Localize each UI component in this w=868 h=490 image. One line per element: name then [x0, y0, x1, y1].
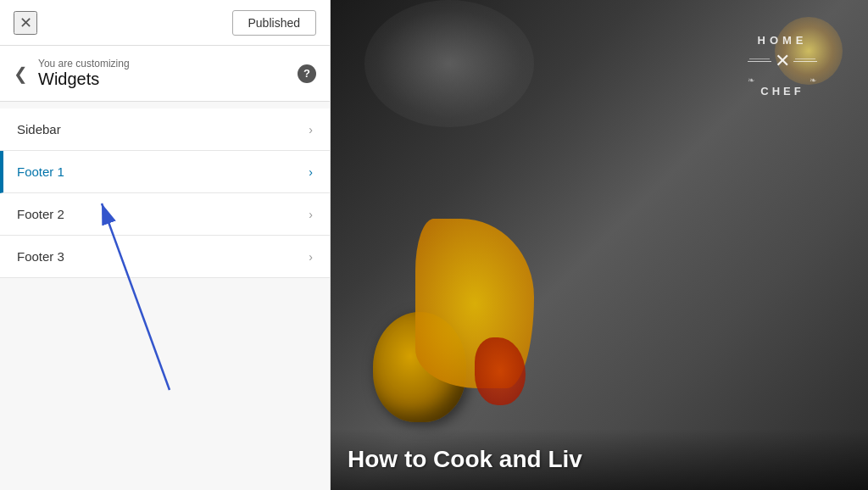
- chevron-right-icon: ›: [309, 123, 313, 136]
- preview-panel: HOME ✕ ❧❧ CHEF How to Cook and Liv: [331, 0, 868, 490]
- menu-item-sidebar[interactable]: Sidebar ›: [0, 109, 330, 151]
- steam-effect: [364, 0, 534, 127]
- panel-header: ❮ You are customizing Widgets ?: [0, 46, 330, 102]
- logo-wreaths: ❧❧: [748, 75, 817, 85]
- logo-overlay: HOME ✕ ❧❧ CHEF: [748, 34, 817, 97]
- sidebar-label: Sidebar: [17, 122, 61, 136]
- help-button[interactable]: ?: [298, 64, 316, 83]
- logo-line-left: [748, 61, 771, 62]
- customizing-label: You are customizing: [38, 58, 130, 70]
- header-text: You are customizing Widgets: [38, 58, 130, 89]
- menu-item-footer1[interactable]: Footer 1 ›: [0, 151, 330, 193]
- logo-icon-wrap: ✕: [748, 50, 817, 72]
- published-button[interactable]: Published: [232, 10, 317, 36]
- footer1-label: Footer 1: [17, 164, 64, 179]
- customizer-panel: ✕ Published ❮ You are customizing Widget…: [0, 0, 331, 490]
- preview-title: How to Cook and Liv: [348, 446, 851, 473]
- food-visual: [348, 219, 534, 439]
- footer2-label: Footer 2: [17, 207, 64, 221]
- close-button[interactable]: ✕: [14, 11, 37, 35]
- menu-item-footer2[interactable]: Footer 2 ›: [0, 193, 330, 236]
- logo-home-text: HOME: [748, 34, 817, 47]
- top-bar: ✕ Published: [0, 0, 330, 46]
- footer3-label: Footer 3: [17, 249, 64, 264]
- preview-background: HOME ✕ ❧❧ CHEF How to Cook and Liv: [331, 0, 868, 490]
- logo-line-right: [793, 61, 817, 62]
- logo-chef-text: CHEF: [748, 85, 817, 97]
- chevron-right-icon-active: ›: [309, 165, 313, 179]
- rolling-pin-icon: ✕: [775, 50, 790, 72]
- menu-list: Sidebar › Footer 1 › Footer 2 › Footer 3…: [0, 109, 330, 278]
- chevron-right-icon: ›: [309, 208, 313, 221]
- chevron-right-icon: ›: [309, 250, 313, 264]
- back-button[interactable]: ❮: [14, 65, 28, 82]
- bottom-text-overlay: How to Cook and Liv: [331, 429, 868, 490]
- menu-item-footer3[interactable]: Footer 3 ›: [0, 236, 330, 278]
- panel-title: Widgets: [38, 70, 130, 89]
